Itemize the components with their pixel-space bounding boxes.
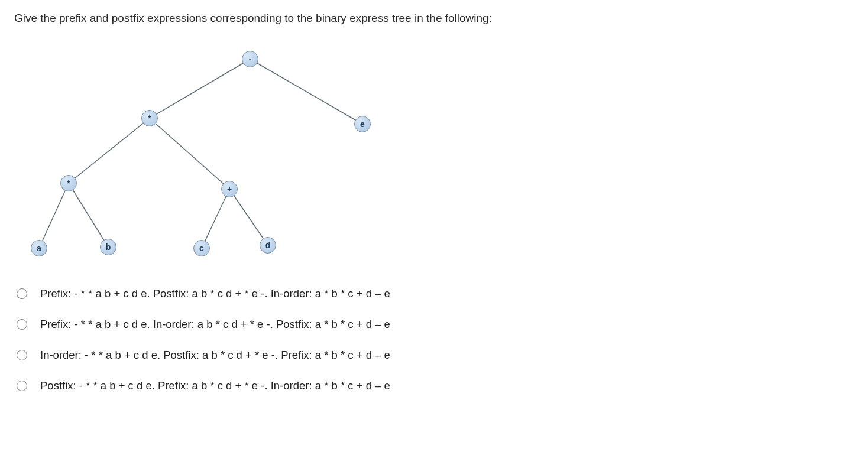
svg-line-6 [202, 189, 229, 248]
svg-line-1 [250, 59, 362, 124]
option-label: Postfix: - * * a b + c d e. Prefix: a b … [40, 379, 390, 392]
tree-node-b: b [100, 239, 116, 255]
tree-node-c: c [193, 240, 210, 256]
option-label: In-order: - * * a b + c d e. Postfix: a … [40, 349, 390, 362]
option-radio-2[interactable] [17, 319, 27, 330]
option-row[interactable]: Prefix: - * * a b + c d e. Postfix: a b … [14, 287, 854, 300]
svg-line-5 [69, 183, 108, 247]
tree-node-root: - [242, 51, 258, 67]
question-text: Give the prefix and postfix expressions … [14, 12, 854, 25]
tree-node-plus: + [221, 181, 238, 197]
tree-node-d: d [260, 237, 276, 254]
option-label: Prefix: - * * a b + c d e. In-order: a b… [40, 318, 390, 331]
tree-edges [20, 39, 399, 264]
answer-options: Prefix: - * * a b + c d e. Postfix: a b … [14, 287, 854, 392]
option-row[interactable]: Postfix: - * * a b + c d e. Prefix: a b … [14, 379, 854, 392]
tree-node-a: a [31, 240, 47, 256]
svg-line-7 [229, 189, 268, 245]
tree-node-mul2: * [60, 175, 77, 191]
option-radio-3[interactable] [17, 350, 27, 360]
svg-line-4 [39, 183, 69, 248]
svg-line-0 [150, 59, 250, 118]
option-label: Prefix: - * * a b + c d e. Postfix: a b … [40, 287, 390, 300]
svg-line-3 [150, 118, 229, 189]
tree-node-mul1: * [141, 110, 158, 126]
expression-tree: -*e*+abcd [20, 39, 399, 264]
svg-line-2 [69, 118, 150, 183]
tree-node-e: e [354, 116, 371, 132]
option-radio-1[interactable] [17, 288, 27, 299]
option-radio-4[interactable] [17, 381, 27, 391]
option-row[interactable]: In-order: - * * a b + c d e. Postfix: a … [14, 349, 854, 362]
option-row[interactable]: Prefix: - * * a b + c d e. In-order: a b… [14, 318, 854, 331]
